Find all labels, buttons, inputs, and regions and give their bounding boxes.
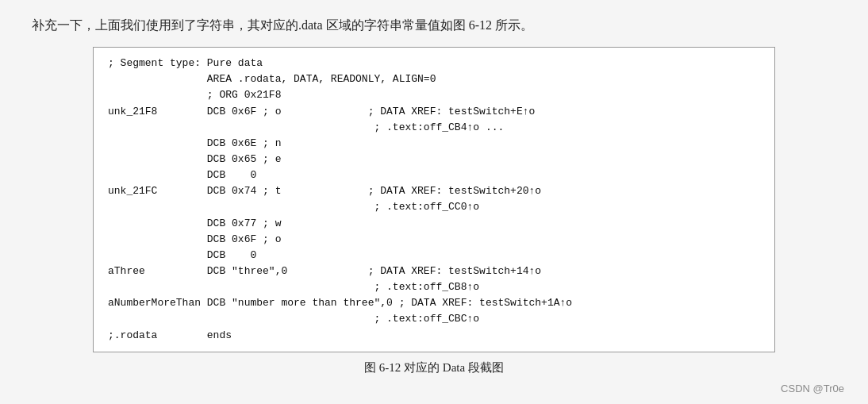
- code-line-13: DCB 0: [108, 248, 760, 264]
- figure-caption: 图 6-12 对应的 Data 段截图: [364, 360, 504, 375]
- code-line-14: aThree DCB "three",0 ; DATA XREF: testSw…: [108, 264, 760, 279]
- code-line-7: DCB 0x65 ; e: [108, 152, 760, 167]
- code-line-16: aNumberMoreThan DCB "number more than th…: [108, 295, 760, 311]
- code-line-4: unk_21F8 DCB 0x6F ; o ; DATA XREF: testS…: [108, 104, 760, 120]
- code-line-6: DCB 0x6E ; n: [108, 136, 760, 152]
- code-line-9: unk_21FC DCB 0x74 ; t ; DATA XREF: testS…: [108, 183, 760, 199]
- code-block: ; Segment type: Pure data AREA .rodata, …: [93, 47, 775, 352]
- code-line-15: ; .text:off_CB8↑o: [108, 279, 760, 295]
- code-line-5: ; .text:off_CB4↑o ...: [108, 120, 760, 136]
- code-line-1: ; Segment type: Pure data: [108, 56, 760, 71]
- code-line-10: ; .text:off_CC0↑o: [108, 199, 760, 215]
- code-line-12: DCB 0x6F ; o: [108, 232, 760, 248]
- code-line-17: ; .text:off_CBC↑o: [108, 311, 760, 327]
- intro-text: 补充一下，上面我们使用到了字符串，其对应的.data 区域的字符串常量值如图 6…: [32, 14, 836, 36]
- code-line-18: ;.rodata ends: [108, 328, 760, 344]
- code-line-8: DCB 0: [108, 167, 760, 183]
- code-line-2: AREA .rodata, DATA, READONLY, ALIGN=0: [108, 71, 760, 87]
- code-line-3: ; ORG 0x21F8: [108, 87, 760, 103]
- watermark: CSDN @Tr0e: [781, 383, 844, 394]
- code-line-11: DCB 0x77 ; w: [108, 216, 760, 232]
